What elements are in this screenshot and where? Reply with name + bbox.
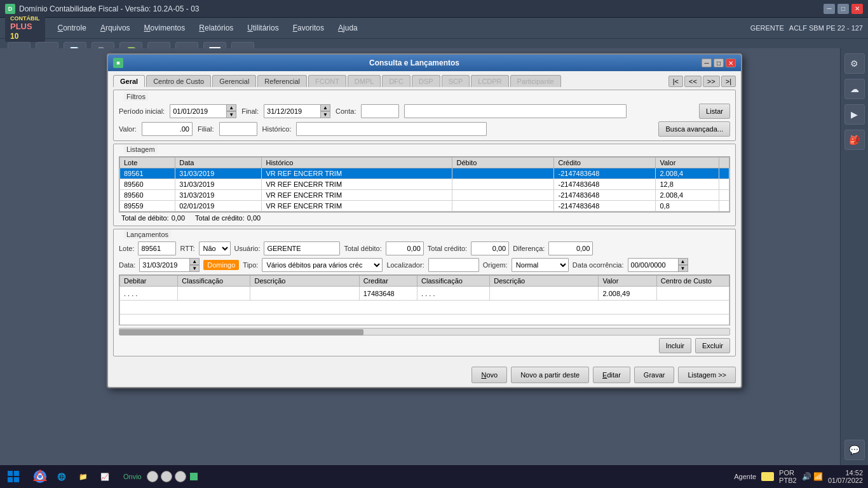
tab-dfc[interactable]: DFC [382, 75, 410, 87]
data-ocorrencia-up[interactable]: ▲ [678, 258, 688, 265]
usuario-input[interactable] [264, 241, 340, 255]
tab-geral[interactable]: Geral [113, 75, 145, 87]
menu-bar: CONTÁBIL PLUS 10 Controle Arquivos Movim… [0, 18, 868, 38]
conta-input2[interactable] [404, 104, 627, 118]
table-row[interactable]: 89560 31/03/2019 VR REF ENCERR TRIM -214… [120, 179, 729, 190]
taskbar-globe-icon[interactable]: 🌐 [53, 468, 70, 485]
dialog-maximize-button[interactable]: □ [714, 58, 724, 67]
tab-dsp[interactable]: DSP [412, 75, 440, 87]
novo-button[interactable]: Novo [471, 367, 507, 383]
origem-select[interactable]: Normal [512, 258, 569, 272]
data-ocorrencia-down[interactable]: ▼ [678, 265, 688, 272]
cell-debito [452, 179, 554, 190]
dialog-close-button[interactable]: ✕ [726, 58, 736, 67]
table-row[interactable]: 89561 31/03/2019 VR REF ENCERR TRIM -214… [120, 168, 729, 179]
tab-dmpl[interactable]: DMPL [348, 75, 381, 87]
scroll-thumb [119, 329, 363, 336]
total-credito-input[interactable] [471, 241, 509, 255]
editar-button[interactable]: Editar [593, 367, 630, 383]
listagem-table-container[interactable]: Lote Data Histórico Débito Crédito Valor [119, 156, 730, 212]
tab-gerencial[interactable]: Gerencial [212, 75, 256, 87]
excluir-button[interactable]: Excluir [695, 338, 730, 353]
sidebar-cloud-icon[interactable]: ☁ [844, 79, 865, 99]
horizontal-scrollbar[interactable] [119, 328, 730, 336]
historico-label: Histórico: [262, 125, 292, 133]
total-debito-input[interactable] [386, 241, 424, 255]
taskbar-chart-icon[interactable]: 📈 [97, 468, 113, 485]
listar-button[interactable]: Listar [699, 104, 730, 119]
menu-favoritos[interactable]: Favoritos [287, 21, 330, 35]
periodo-inicial-input[interactable] [170, 104, 227, 118]
final-down[interactable]: ▼ [320, 111, 330, 118]
listagem-section: Listagem Lote Data Histórico Débito Créd… [113, 144, 736, 226]
cell-data: 31/03/2019 [175, 190, 262, 201]
tab-nav-next[interactable]: >> [703, 76, 720, 87]
tab-nav-last[interactable]: >| [721, 76, 736, 87]
final-up[interactable]: ▲ [320, 104, 330, 111]
historico-input[interactable] [296, 122, 487, 136]
tab-fcont[interactable]: FCONT [308, 75, 346, 87]
tab-lcdpr[interactable]: LCDPR [471, 75, 508, 87]
maximize-button[interactable]: □ [837, 4, 849, 14]
filial-input[interactable] [219, 122, 257, 136]
dialog-consulta-lancamentos: ■ Consulta e Lançamentos ─ □ ✕ Geral Cen… [107, 53, 742, 388]
localizador-input[interactable] [428, 258, 479, 272]
tab-nav-first[interactable]: |< [668, 76, 683, 87]
lanc-debitar: . . . . [120, 287, 178, 301]
novo-a-partir-button[interactable]: Novo a partir deste [511, 367, 589, 383]
table-row[interactable]: 89559 02/01/2019 VR REF ENCERR TRIM -214… [120, 201, 729, 212]
tab-participante[interactable]: Participante [510, 75, 561, 87]
lote-label: Lote: [119, 245, 134, 252]
menu-movimentos[interactable]: Movimentos [138, 21, 192, 35]
tab-nav-prev[interactable]: << [684, 76, 702, 87]
busca-avancada-button[interactable]: Busca avançada... [658, 121, 730, 137]
table-row[interactable]: 89560 31/03/2019 VR REF ENCERR TRIM -214… [120, 190, 729, 201]
sidebar-settings-icon[interactable]: ⚙ [844, 53, 865, 74]
origem-label: Origem: [483, 261, 508, 269]
tipo-select[interactable]: Vários débitos para vários créc [262, 258, 383, 272]
menu-ajuda[interactable]: Ajuda [332, 21, 364, 35]
rtt-select[interactable]: Não Sim [199, 241, 231, 255]
menu-arquivos[interactable]: Arquivos [94, 21, 137, 35]
dialog-minimize-button[interactable]: ─ [702, 58, 712, 67]
data-input[interactable] [139, 258, 190, 272]
conta-input1[interactable] [361, 104, 399, 118]
action-buttons: Novo Novo a partir deste Editar Gravar L… [108, 363, 741, 387]
filtros-label: Filtros [124, 92, 148, 101]
data-up[interactable]: ▲ [189, 258, 200, 265]
gravar-button[interactable]: Gravar [634, 367, 675, 383]
minimize-button[interactable]: ─ [824, 4, 835, 14]
menu-controle[interactable]: Controle [51, 21, 93, 35]
col-lote: Lote [120, 158, 175, 168]
tab-navigation: |< << >> >| [668, 76, 736, 87]
final-input[interactable] [264, 104, 321, 118]
close-button[interactable]: ✕ [851, 4, 863, 14]
taskbar-folder-icon[interactable]: 📁 [75, 468, 92, 485]
data-down[interactable]: ▼ [189, 265, 200, 272]
listagem-button[interactable]: Listagem >> [678, 367, 736, 383]
tab-centro-custo[interactable]: Centro de Custo [146, 75, 211, 87]
taskbar-windows-icon[interactable] [5, 468, 22, 485]
diferenca-input[interactable] [548, 241, 593, 255]
lanc-table-row[interactable]: . . . . 17483648 . . . . 2.008,49 [120, 287, 729, 301]
cell-valor: 0,8 [656, 201, 719, 212]
company-name: ACLF SBM PE 22 - 127 [789, 24, 863, 32]
lanc-col-debitar: Debitar [120, 276, 178, 287]
periodo-inicial-up[interactable]: ▲ [226, 104, 236, 111]
cell-scroll [719, 201, 729, 212]
tab-referencial[interactable]: Referencial [257, 75, 307, 87]
periodo-inicial-down[interactable]: ▼ [226, 111, 236, 118]
tab-scp[interactable]: SCP [442, 75, 470, 87]
incluir-button[interactable]: Incluir [659, 338, 691, 353]
valor-input[interactable] [142, 122, 193, 136]
taskbar-chrome-icon[interactable] [32, 468, 48, 485]
data-ocorrencia-input[interactable] [628, 258, 679, 272]
menu-relatorios[interactable]: Relatórios [193, 21, 240, 35]
total-credito-label: Total de crédito: [195, 214, 245, 222]
lote-input[interactable] [138, 241, 176, 255]
sidebar-bag-icon[interactable]: 🎒 [844, 130, 865, 150]
sidebar-play-icon[interactable]: ▶ [844, 104, 865, 125]
menu-utilitarios[interactable]: Utilitários [241, 21, 285, 35]
lancamentos-table-container[interactable]: Debitar Classificação Descrição Creditar… [119, 274, 730, 325]
sidebar-chat-icon[interactable]: 💬 [844, 440, 865, 460]
